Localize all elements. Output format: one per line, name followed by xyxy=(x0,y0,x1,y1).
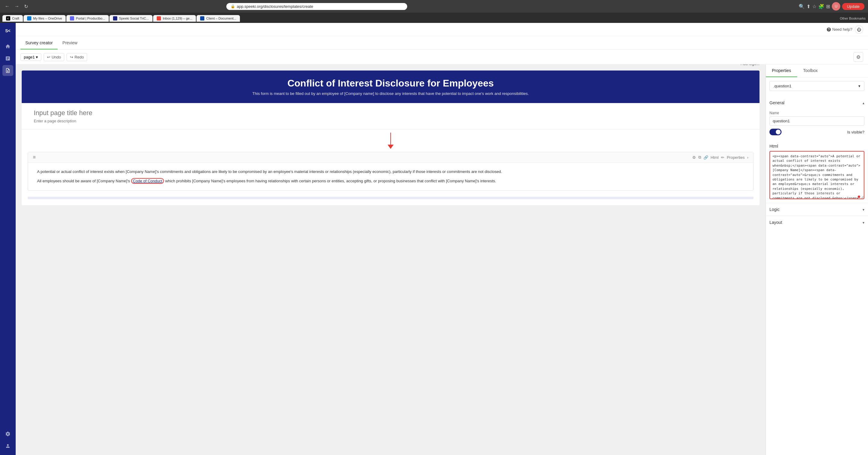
tab-speeki-label: Speeki Social TriC... xyxy=(119,17,149,20)
survey-wrapper: ✏ Add logo... Conflict of Interest Discl… xyxy=(22,70,760,205)
sidebar-item-forms[interactable] xyxy=(2,65,13,76)
forward-button[interactable]: → xyxy=(13,2,21,10)
layout-chevron-icon xyxy=(863,220,864,225)
question-toolbar-right: ⚙ ⧉ 🔗 Html ✏ Properties › xyxy=(692,155,748,160)
prop-tab-toolbox[interactable]: Toolbox xyxy=(797,64,824,77)
logic-section-title: Logic xyxy=(770,207,779,212)
bookmark-btn[interactable]: ☆ xyxy=(812,4,816,9)
tab-survey-creator[interactable]: Survey creator xyxy=(21,36,58,50)
arrow-head xyxy=(388,144,394,149)
onedrive-icon xyxy=(27,16,31,21)
grid-btn[interactable]: ⊞ xyxy=(826,4,830,9)
html-button[interactable]: Html xyxy=(711,155,719,160)
general-section: General Name Is visible? xyxy=(766,97,868,139)
toolbar: page1 ▾ ↩ Undo ↪ Redo ⚙ xyxy=(16,50,868,64)
need-help-label: Need help? xyxy=(832,27,852,32)
tab-gmail[interactable]: Inbox (1,129) – ge... xyxy=(153,15,196,22)
client-icon xyxy=(200,16,204,21)
url-text: app.speeki.org/disclosures/templates/cre… xyxy=(237,4,313,9)
is-visible-row: Is visible? xyxy=(770,129,864,135)
hamburger-icon[interactable]: ≡ xyxy=(33,155,36,160)
gear-icon[interactable]: ⚙ xyxy=(692,155,696,160)
browser-actions: 🔍 ⬆ ☆ 🧩 ⊞ U Update xyxy=(799,2,864,10)
logic-section-header[interactable]: Logic xyxy=(766,203,868,216)
sidebar-item-home[interactable] xyxy=(2,41,13,52)
screenshot-btn[interactable]: ⬆ xyxy=(807,4,810,9)
survey-canvas: ✏ Add logo... Conflict of Interest Discl… xyxy=(16,64,766,455)
back-button[interactable]: ← xyxy=(4,2,11,10)
tab-portal[interactable]: Portal | Productbo... xyxy=(66,15,109,22)
name-label: Name xyxy=(770,111,864,115)
question-toolbar: ≡ ⚙ ⧉ 🔗 Html ✏ Properties › xyxy=(28,152,753,163)
profile-avatar[interactable]: U xyxy=(832,2,840,10)
properties-question-dropdown[interactable]: .question1 ▾ xyxy=(770,81,864,91)
copy-icon[interactable]: ⧉ xyxy=(698,155,701,160)
page-title-input[interactable] xyxy=(34,109,747,117)
name-input[interactable] xyxy=(770,116,864,126)
undo-icon: ↩ xyxy=(47,55,50,59)
tab-craft[interactable]: C Craft xyxy=(2,15,23,22)
chevron-right-icon: › xyxy=(747,155,748,160)
question-text-p1: A potential or actual conflict of intere… xyxy=(37,169,744,175)
layout-section: Layout xyxy=(766,216,868,229)
prop-tab-properties[interactable]: Properties xyxy=(766,64,797,77)
update-button[interactable]: Update xyxy=(842,3,864,10)
browser-chrome: ← → ↻ 🔒 app.speeki.org/disclosures/templ… xyxy=(0,0,868,13)
is-visible-label: Is visible? xyxy=(847,130,864,134)
tab-craft-label: Craft xyxy=(12,17,19,20)
tab-onedrive-label: My files – OneDrive xyxy=(33,17,62,20)
general-section-content: Name Is visible? xyxy=(766,111,868,139)
settings-button[interactable]: ⚙ xyxy=(854,52,863,62)
redo-button[interactable]: ↪ Redo xyxy=(67,53,87,61)
link-icon[interactable]: 🔗 xyxy=(704,155,708,160)
refresh-button[interactable]: ↻ xyxy=(23,2,29,10)
code-of-conduct-link[interactable]: Code of Conduct xyxy=(131,178,164,184)
logic-chevron-icon xyxy=(863,207,864,212)
properties-tabs: Properties Toolbox xyxy=(766,64,868,77)
page-desc-input[interactable] xyxy=(34,119,747,123)
html-textarea-wrapper: <p><span data-contrast="auto">A potentia… xyxy=(770,151,864,200)
question-content: A potential or actual conflict of intere… xyxy=(28,163,753,190)
tab-client-label: Client – Document... xyxy=(206,17,236,20)
question-toolbar-left: ≡ xyxy=(33,155,36,160)
search-browser-btn[interactable]: 🔍 xyxy=(799,4,805,9)
sidebar-logo[interactable]: S< xyxy=(2,25,13,36)
tab-onedrive[interactable]: My files – OneDrive xyxy=(24,15,66,22)
tab-speeki[interactable]: Speeki Social TriC... xyxy=(110,15,153,22)
craft-icon: C xyxy=(6,16,10,21)
html-section-header: Html xyxy=(770,144,864,149)
general-chevron-icon xyxy=(863,100,864,105)
is-visible-toggle[interactable] xyxy=(770,129,781,135)
page-selector-dropdown[interactable]: page1 ▾ xyxy=(21,53,41,61)
need-help-button[interactable]: Need help? xyxy=(827,27,852,32)
undo-button[interactable]: ↩ Undo xyxy=(44,53,64,61)
add-logo-icon: ✏ xyxy=(736,64,740,66)
power-button[interactable]: ⏻ xyxy=(855,25,863,34)
general-section-header[interactable]: General xyxy=(766,97,868,108)
address-bar[interactable]: 🔒 app.speeki.org/disclosures/templates/c… xyxy=(226,3,407,10)
properties-panel: Properties Toolbox .question1 ▾ General … xyxy=(766,64,868,455)
gmail-icon xyxy=(157,16,161,21)
sidebar-item-profile[interactable] xyxy=(2,441,13,451)
survey-title: Conflict of Interest Disclosure for Empl… xyxy=(34,78,747,89)
question-block: ≡ ⚙ ⧉ 🔗 Html ✏ Properties › xyxy=(28,152,753,191)
red-arrow-indicator xyxy=(388,133,394,149)
add-logo-button[interactable]: ✏ Add logo... xyxy=(736,64,760,66)
layout-section-header[interactable]: Layout xyxy=(766,216,868,229)
question-dropdown-value: .question1 xyxy=(773,84,792,88)
question-text-p2: All employees should be aware of [Compan… xyxy=(37,178,744,185)
layout-section-title: Layout xyxy=(770,220,782,225)
tab-preview[interactable]: Preview xyxy=(58,36,82,50)
general-section-title: General xyxy=(770,100,784,105)
pencil-icon[interactable]: ✏ xyxy=(721,155,724,160)
html-textarea[interactable]: <p><span data-contrast="auto">A potentia… xyxy=(770,151,864,199)
extension-btn[interactable]: 🧩 xyxy=(818,4,824,9)
survey-subtitle: This form is meant to be filled out by a… xyxy=(34,91,747,96)
app-container: S< Need help? ⏻ xyxy=(0,23,868,455)
tab-client[interactable]: Client – Document... xyxy=(196,15,240,22)
sidebar-item-settings[interactable] xyxy=(2,428,13,439)
arrow-container xyxy=(22,130,760,152)
tab-portal-label: Portal | Productbo... xyxy=(76,17,105,20)
sidebar-item-analytics[interactable] xyxy=(2,53,13,64)
logo-text: S< xyxy=(5,28,10,33)
